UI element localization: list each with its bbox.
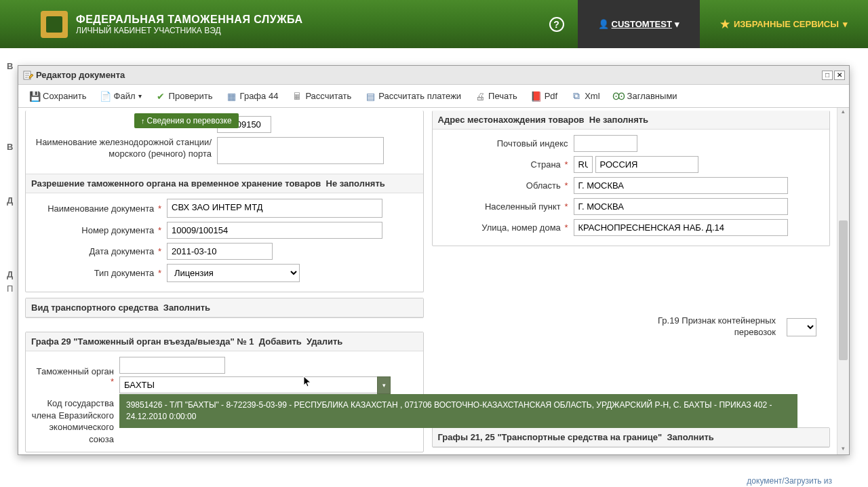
star-icon: ★ xyxy=(720,18,730,31)
help-icon[interactable]: ? xyxy=(549,17,564,32)
fcs-logo-icon xyxy=(41,11,68,38)
brand-main: ФЕДЕРАЛЬНАЯ ТАМОЖЕННАЯ СЛУЖБА xyxy=(76,13,303,26)
user-name: CUSTOMTEST xyxy=(612,19,672,29)
caret-down-icon: ▾ xyxy=(843,19,848,29)
favorites-menu[interactable]: ★ ИЗБРАННЫЕ СЕРВИСЫ ▾ xyxy=(700,0,868,48)
user-menu[interactable]: 👤 CUSTOMTEST ▾ xyxy=(578,0,700,48)
caret-down-icon: ▾ xyxy=(675,19,679,29)
app-header: ФЕДЕРАЛЬНАЯ ТАМОЖЕННАЯ СЛУЖБА ЛИЧНЫЙ КАБ… xyxy=(0,0,868,48)
favorites-label: ИЗБРАННЫЕ СЕРВИСЫ xyxy=(734,19,839,29)
brand-sub: ЛИЧНЫЙ КАБИНЕТ УЧАСТНИКА ВЭД xyxy=(76,26,303,35)
user-icon: 👤 xyxy=(598,19,609,29)
brand-text: ФЕДЕРАЛЬНАЯ ТАМОЖЕННАЯ СЛУЖБА ЛИЧНЫЙ КАБ… xyxy=(76,13,303,36)
